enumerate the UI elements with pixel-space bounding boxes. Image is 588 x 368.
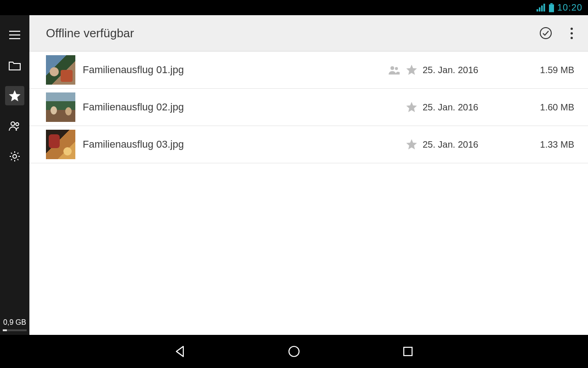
file-thumbnail — [46, 92, 75, 122]
file-thumbnail — [46, 130, 75, 159]
file-name: Familienausflug 03.jpg — [83, 138, 184, 150]
nav-recent-button[interactable] — [397, 340, 419, 362]
file-row[interactable]: Familienausflug 03.jpg25. Jan. 20161.33 … — [29, 126, 588, 163]
star-icon[interactable] — [405, 101, 418, 114]
toolbar: Offline verfügbar — [29, 15, 588, 52]
svg-rect-5 — [549, 4, 554, 12]
file-date: 25. Jan. 2016 — [423, 139, 528, 150]
file-date: 25. Jan. 2016 — [423, 65, 528, 75]
file-thumbnail — [46, 55, 75, 85]
overflow-menu-button[interactable] — [559, 20, 584, 46]
sidebar-item-favorites[interactable] — [0, 80, 29, 111]
svg-point-14 — [395, 67, 398, 70]
status-bar: 10:20 — [0, 0, 588, 15]
storage-label: 0,9 GB — [3, 318, 26, 327]
signal-icon — [537, 3, 546, 12]
svg-rect-3 — [543, 4, 545, 12]
file-list: Familienausflug 01.jpg25. Jan. 20161.59 … — [29, 52, 588, 335]
nav-home-button[interactable] — [283, 340, 305, 362]
sidebar-item-settings[interactable] — [0, 141, 29, 172]
sidebar-item-folder[interactable] — [0, 50, 29, 80]
file-size: 1.33 MB — [528, 139, 574, 150]
svg-rect-4 — [550, 3, 553, 5]
file-name: Familienausflug 02.jpg — [83, 101, 184, 113]
shared-icon — [388, 63, 401, 76]
status-time: 10:20 — [557, 2, 582, 13]
sidebar-item-shared[interactable] — [0, 111, 29, 141]
file-size: 1.59 MB — [528, 65, 574, 75]
more-vertical-icon — [571, 28, 573, 39]
sidebar: 0,9 GB — [0, 15, 29, 335]
file-name: Familienausflug 01.jpg — [83, 64, 184, 76]
battery-icon — [548, 3, 554, 12]
file-row[interactable]: Familienausflug 01.jpg25. Jan. 20161.59 … — [29, 52, 588, 89]
star-icon[interactable] — [405, 138, 418, 151]
page-title: Offline verfügbar — [46, 26, 134, 40]
svg-point-15 — [289, 346, 299, 356]
file-date: 25. Jan. 2016 — [423, 102, 528, 113]
svg-point-12 — [540, 28, 551, 39]
file-row[interactable]: Familienausflug 02.jpg25. Jan. 20161.60 … — [29, 89, 588, 126]
svg-point-11 — [13, 155, 17, 158]
svg-point-9 — [11, 122, 15, 126]
svg-rect-1 — [539, 7, 541, 12]
storage-bar — [3, 329, 27, 331]
android-navbar — [0, 335, 588, 368]
main-pane: Offline verfügbar Familienausflug 01.jpg… — [29, 15, 588, 335]
select-all-button[interactable] — [533, 20, 559, 46]
star-icon[interactable] — [405, 63, 418, 76]
svg-point-13 — [390, 66, 394, 70]
svg-rect-16 — [404, 347, 412, 356]
svg-point-10 — [16, 123, 18, 126]
menu-button[interactable] — [0, 20, 29, 50]
file-size: 1.60 MB — [528, 102, 574, 113]
svg-rect-0 — [537, 9, 538, 12]
nav-back-button[interactable] — [169, 340, 191, 362]
svg-rect-2 — [541, 6, 543, 12]
